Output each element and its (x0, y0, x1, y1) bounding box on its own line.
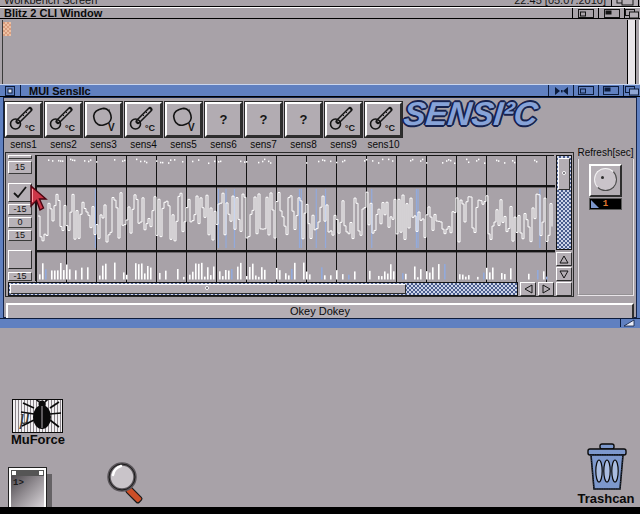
window-zip-gadget[interactable] (598, 85, 623, 96)
app-logo: SENSI²C (402, 97, 585, 130)
sensor-button-sens5[interactable]: V V V (165, 102, 202, 137)
svg-text:°C: °C (65, 123, 76, 133)
window-title: MUI SensIIc (21, 85, 91, 96)
sensi-window: MUI SensIIc (0, 84, 640, 328)
close-icon (5, 86, 15, 96)
graph-group: 15 -15 0 15 -15 (5, 152, 574, 297)
cli-depth-gadget[interactable] (624, 8, 640, 19)
cli-text-cursor (3, 22, 11, 36)
screen-bottom-strip (0, 507, 640, 514)
zoom-icon (578, 9, 594, 18)
screen-titlebar: Workbench Screen 22:45 [05.07.2010] (0, 0, 640, 7)
trashcan-label: Trashcan (570, 492, 640, 505)
sensor-plot (36, 156, 555, 282)
sensi-titlebar[interactable]: MUI SensIIc (0, 84, 640, 97)
cli-zip-gadget[interactable] (598, 8, 624, 19)
screen-clock: 22:45 [05.07.2010] (514, 0, 606, 6)
mouse-pointer (30, 185, 48, 213)
graph-row2-checkbox[interactable] (8, 183, 32, 202)
scroll-left-button[interactable] (520, 282, 536, 296)
muforce-label: MuForce (0, 433, 76, 446)
window-close-gadget[interactable] (0, 85, 21, 96)
scale-box-mid-0: 0 (8, 217, 32, 228)
arrow-down-icon (559, 270, 569, 279)
shell-icon-body: 1> (11, 476, 44, 507)
zoom-icon (578, 86, 594, 95)
voltage-icon: V (87, 106, 120, 133)
zip-icon (603, 86, 619, 95)
sensor-button-sens2[interactable]: °C °C °C (45, 102, 82, 137)
window-bottom-border (0, 318, 640, 328)
scroll-right-button[interactable] (538, 282, 554, 296)
sensor-button-sens9[interactable]: °C °C (325, 102, 362, 137)
svg-text:°C: °C (25, 123, 36, 133)
iconify-icon (553, 86, 570, 96)
thermometer-icon: °C (7, 106, 40, 133)
sensor-label-sens10: sens10 (365, 140, 402, 150)
muforce-icon[interactable]: µ (12, 399, 63, 433)
horizontal-scroll-thumb[interactable] (10, 284, 406, 294)
arrow-right-icon (542, 284, 551, 294)
sensor-button-sens7[interactable]: ? (245, 102, 282, 137)
window-resize-gadget[interactable] (620, 319, 637, 327)
svg-text:V: V (188, 122, 195, 133)
sensor-button-sens1[interactable]: °C °C °C (5, 102, 42, 137)
voltage-icon: V (167, 106, 200, 133)
window-depth-gadget[interactable] (623, 85, 640, 96)
cli-scrollbar[interactable] (627, 20, 636, 84)
arrow-left-icon (524, 284, 533, 294)
screen-depth-gadget[interactable] (611, 0, 639, 7)
refresh-value: 1 (603, 199, 608, 209)
cli-titlebar[interactable]: Blitz 2 CLI Window (0, 7, 640, 19)
sensor-label-sens5: sens5 (165, 140, 202, 150)
scale-box-mid-neg15: -15 (8, 204, 32, 215)
sensor-button-sens10[interactable]: °C °C (365, 102, 402, 137)
sensor-button-sens8[interactable]: ? (285, 102, 322, 137)
shell-icon[interactable]: 1> (9, 468, 46, 509)
resize-icon (623, 319, 635, 327)
magnifier-icon[interactable] (104, 462, 152, 510)
sensor-label-sens1: sens1 (5, 140, 42, 150)
arrow-up-icon (559, 255, 569, 264)
knob-icon (594, 168, 617, 191)
shell-icon-depth-dot (39, 471, 43, 475)
workbench-screen: { "screen": { "title": "Workbench Screen… (0, 0, 640, 514)
sensor-label-sens9: sens9 (325, 140, 362, 150)
graph-row3-checkbox[interactable] (8, 250, 32, 269)
graph-horizontal-scrollbar[interactable] (8, 282, 518, 296)
scale-box-mid-15: 15 (8, 230, 32, 241)
depth-icon (625, 9, 640, 19)
thermometer-icon: °C (327, 106, 360, 133)
refresh-knob[interactable] (589, 164, 622, 197)
sensor-button-sens3[interactable]: V V V (85, 102, 122, 137)
unknown-sensor-icon: ? (300, 112, 308, 127)
scale-box-bottom-neg15: -15 (8, 272, 32, 281)
thermometer-icon: °C (47, 106, 80, 133)
cli-zoom-gadget[interactable] (572, 8, 598, 19)
svg-text:µ: µ (19, 406, 31, 429)
sensor-label-sens6: sens6 (205, 140, 242, 150)
unknown-sensor-icon: ? (260, 112, 268, 127)
window-iconify-gadget[interactable] (548, 85, 573, 96)
graph-vertical-scrollbar[interactable] (556, 155, 572, 250)
scroll-down-button[interactable] (556, 267, 572, 281)
scale-box-top-15: 15 (8, 161, 32, 174)
refresh-group: Refresh[sec] 1 (577, 152, 634, 296)
sensor-label-sens8: sens8 (285, 140, 322, 150)
cli-window: Blitz 2 CLI Window (0, 7, 640, 84)
sensor-label-sens3: sens3 (85, 140, 122, 150)
svg-text:°C: °C (385, 123, 396, 133)
sensor-plot-area (35, 155, 554, 281)
window-zoom-gadget[interactable] (573, 85, 598, 96)
cli-body[interactable] (0, 20, 640, 84)
bug-icon: µ (13, 400, 62, 432)
scroll-up-button[interactable] (556, 252, 572, 266)
svg-text:V: V (108, 122, 115, 133)
depth-icon (625, 86, 640, 96)
refresh-value-display: 1 (589, 198, 622, 210)
sensor-button-sens6[interactable]: ? (205, 102, 242, 137)
vertical-scroll-thumb[interactable] (558, 158, 570, 190)
trashcan-icon[interactable] (583, 443, 631, 492)
sensor-button-sens4[interactable]: °C °C °C (125, 102, 162, 137)
sensor-label-sens2: sens2 (45, 140, 82, 150)
